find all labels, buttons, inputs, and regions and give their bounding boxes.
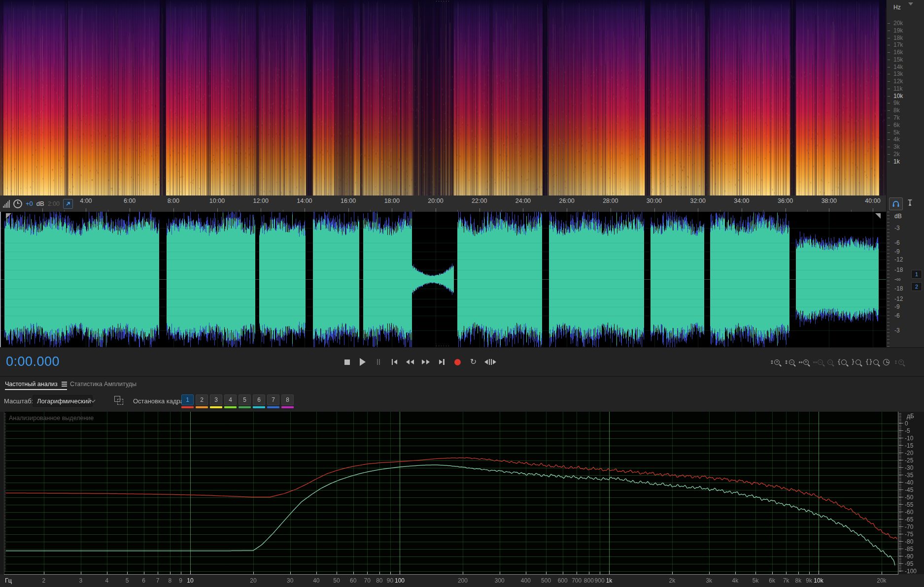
zoom-out-time-button[interactable]: ↔− — [813, 357, 823, 367]
hold-button-8[interactable]: 8 — [281, 394, 294, 408]
tab-amplitude-statistics[interactable]: Статистика Амплитуды — [70, 377, 137, 391]
plot-db-label: -65 — [905, 516, 922, 523]
tab-frequency-analysis[interactable]: Частотный анализ — [5, 377, 67, 391]
plot-db-label: -45 — [905, 487, 922, 493]
channel-toggle-2[interactable]: 2 — [911, 282, 922, 291]
hz-scale-tick — [888, 103, 890, 103]
hold-button-label: 6 — [253, 394, 265, 405]
zoom-to-in-point-button[interactable]: { — [837, 357, 847, 367]
freq-axis-tick — [526, 572, 526, 574]
freq-axis-tick — [290, 572, 291, 574]
ruler-time-label: 14:00 — [291, 197, 318, 204]
rewind-button[interactable] — [406, 357, 414, 367]
scale-dropdown[interactable]: Логарифмический — [33, 395, 93, 407]
freq-axis-label: 10k — [808, 577, 829, 584]
plot-db-label: -60 — [905, 509, 922, 516]
ruler-time-label: 10:00 — [204, 197, 231, 204]
hold-color-bar — [210, 406, 222, 408]
spectrogram-canvas[interactable] — [0, 0, 886, 196]
zoom-to-out-point-button[interactable]: } — [851, 357, 861, 367]
pin-icon[interactable] — [907, 199, 913, 208]
hold-button-4[interactable]: 4 — [224, 394, 237, 408]
headphones-icon — [892, 200, 900, 207]
ruler-time-label: 30:00 — [641, 197, 668, 204]
time-display[interactable]: 0:00.000 — [6, 354, 60, 369]
freq-axis-label: 30 — [279, 577, 301, 584]
hz-scale-label: 17k — [893, 41, 903, 48]
db-scale-label: -12 — [894, 256, 903, 263]
zoom-vertical-button[interactable]: ↕+ — [894, 357, 904, 367]
hz-unit-label: Hz — [893, 4, 901, 11]
timeline-ruler[interactable]: +0 dB 2:00 4:006:008:0010:0012:0014:0016… — [0, 196, 924, 212]
ruler-major-tick — [742, 208, 742, 212]
zoom-in-amplitude-button[interactable]: ↕+ — [770, 357, 780, 367]
hz-scale-tick — [888, 52, 890, 53]
play-button[interactable] — [358, 357, 367, 367]
ruler-major-tick — [348, 208, 349, 212]
zoom-full-button[interactable]: − — [827, 357, 833, 367]
ruler-time-label: 16:00 — [335, 197, 362, 204]
hold-button-3[interactable]: 3 — [210, 394, 222, 408]
ruler-time-label: 22:00 — [466, 197, 493, 204]
fade-handle-right-icon[interactable] — [875, 213, 881, 219]
copy-snapshot-button[interactable] — [114, 396, 123, 405]
hz-scale-tick — [888, 67, 890, 67]
pause-button[interactable] — [374, 357, 383, 367]
freq-axis-tick — [772, 572, 773, 574]
freq-axis-tick — [798, 572, 799, 574]
hz-scale-label: 16k — [893, 49, 903, 56]
panel-drag-handle[interactable]: ······ — [0, 0, 886, 3]
zoom-out-amplitude-button[interactable]: ↕− — [784, 357, 794, 367]
loop-playback-button[interactable]: ↻ — [469, 357, 478, 367]
scale-dropdown-value: Логарифмический — [37, 397, 91, 405]
freq-axis-tick — [500, 572, 500, 574]
plot-db-label: -70 — [905, 523, 922, 530]
ruler-major-tick — [479, 208, 480, 212]
freq-axis-tick — [589, 572, 589, 574]
zoom-to-selection-button[interactable]: {} — [865, 357, 879, 367]
go-to-end-button[interactable] — [437, 357, 446, 367]
freq-axis-label: 20k — [871, 577, 892, 584]
hold-button-1[interactable]: 1 — [181, 394, 194, 408]
timer-record-button[interactable] — [883, 357, 890, 367]
go-to-start-button[interactable] — [390, 357, 399, 367]
hz-scale-label: 14k — [893, 64, 903, 70]
zoom-in-time-button[interactable]: ↔+ — [798, 357, 808, 367]
freq-axis-tick — [882, 572, 882, 574]
record-button[interactable] — [453, 357, 462, 367]
plot-db-label: -25 — [905, 457, 922, 464]
frequency-scale[interactable]: Hz 20k19k18k17k16k15k14k13k12k11k10k9k8k… — [886, 0, 924, 196]
freq-axis-label: 10 — [179, 577, 201, 584]
hz-scale-tick — [888, 31, 890, 31]
fast-forward-button[interactable] — [421, 357, 430, 367]
frequency-plot-canvas[interactable] — [4, 412, 898, 574]
hold-button-2[interactable]: 2 — [196, 394, 208, 408]
panel-menu-icon[interactable] — [62, 384, 67, 385]
hold-button-label: 5 — [239, 394, 251, 405]
hold-button-label: 2 — [196, 394, 208, 405]
hz-scale-tick — [888, 38, 890, 38]
freq-axis-tick — [367, 572, 368, 574]
amplitude-scale[interactable]: dB -3-6-9-12-18-∞-18-12-9-6-312 — [886, 212, 924, 347]
hold-color-bar — [253, 406, 265, 408]
hz-scale-label: 11k — [893, 85, 902, 92]
skip-selection-button[interactable] — [484, 357, 496, 367]
plot-db-label: 0 — [905, 420, 922, 427]
freq-axis-tick — [755, 572, 756, 574]
channel-toggle-1[interactable]: 1 — [911, 270, 922, 279]
hold-button-7[interactable]: 7 — [267, 394, 279, 408]
timeline-track[interactable]: 4:006:008:0010:0012:0014:0016:0018:0020:… — [0, 196, 886, 212]
scale-menu-arrow-icon[interactable] — [908, 2, 913, 5]
monitor-button[interactable] — [889, 197, 903, 210]
spectral-display-panel: ······ Hz 20k19k18k17k16k15k14k13k12k11k… — [0, 0, 924, 196]
waveform-canvas[interactable] — [0, 212, 886, 347]
freq-axis-label: 4k — [724, 577, 746, 584]
analyzed-selection-label: Анализированное выделение — [9, 415, 94, 422]
stop-button[interactable] — [342, 357, 351, 367]
hz-scale-label: 18k — [893, 34, 903, 41]
hz-scale-tick — [888, 118, 890, 118]
fade-handle-left-icon[interactable] — [6, 213, 11, 219]
hz-scale-tick — [888, 139, 890, 140]
hold-button-6[interactable]: 6 — [253, 394, 265, 408]
hold-button-5[interactable]: 5 — [239, 394, 251, 408]
